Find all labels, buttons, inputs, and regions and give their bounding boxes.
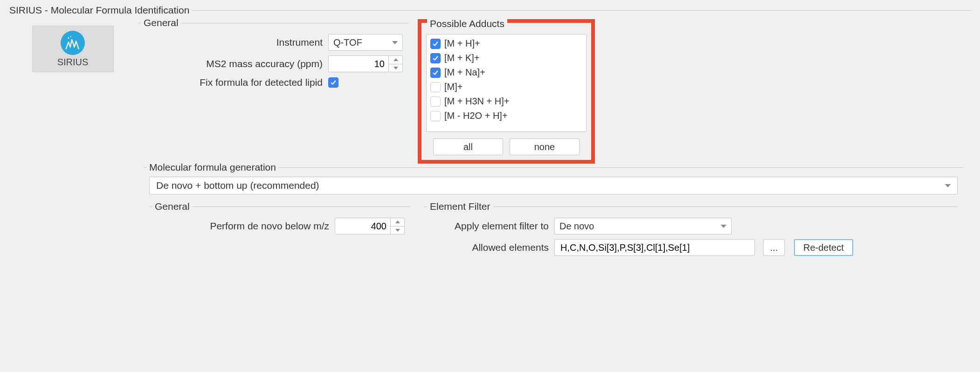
instrument-label: Instrument <box>276 37 323 48</box>
denovo-threshold-label: Perform de novo below m/z <box>210 220 329 232</box>
ms2-accuracy-value[interactable] <box>329 56 388 72</box>
spinner-down-button[interactable] <box>389 64 402 72</box>
adduct-label: [M - H2O + H]+ <box>444 110 508 121</box>
instrument-select[interactable]: Q-TOF <box>328 34 403 51</box>
mfg-general-title: General <box>152 201 193 212</box>
instrument-value: Q-TOF <box>333 37 362 48</box>
element-filter-group: Element Filter Apply element filter to D… <box>424 207 958 262</box>
adduct-list-item[interactable]: [M + H]+ <box>428 36 585 51</box>
element-filter-title: Element Filter <box>427 201 493 212</box>
adduct-label: [M + H3N + H]+ <box>444 96 510 107</box>
mfg-general-group: General Perform de novo below m/z <box>149 207 410 262</box>
adduct-checkbox[interactable] <box>430 111 441 121</box>
mfg-strategy-select[interactable]: De novo + bottom up (recommended) <box>149 177 958 194</box>
adducts-group: Possible Adducts [M + H]+[M + K]+[M + Na… <box>426 25 587 155</box>
arrow-down-icon <box>393 67 398 69</box>
adduct-checkbox[interactable] <box>430 39 441 49</box>
arrow-up-icon <box>393 58 398 61</box>
adducts-all-button[interactable]: all <box>433 138 503 155</box>
apply-filter-select[interactable]: De novo <box>554 218 732 234</box>
main-group-title: SIRIUS - Molecular Formula Identificatio… <box>7 5 192 16</box>
denovo-threshold-input[interactable] <box>335 218 405 234</box>
svg-point-0 <box>68 37 69 38</box>
adduct-checkbox[interactable] <box>430 82 441 92</box>
redetect-button[interactable]: Re-detect <box>794 239 853 256</box>
adduct-list-item[interactable]: [M + K]+ <box>428 51 585 65</box>
adduct-label: [M + Na]+ <box>444 67 485 78</box>
spinner-up-button[interactable] <box>391 218 404 227</box>
sirius-icon <box>61 31 85 55</box>
ms2-accuracy-label: MS2 mass accuracy (ppm) <box>206 58 323 69</box>
adducts-none-button[interactable]: none <box>510 138 580 155</box>
allowed-elements-input[interactable] <box>554 239 755 256</box>
adduct-label: [M]+ <box>444 82 462 92</box>
allowed-elements-value[interactable] <box>559 242 750 254</box>
adducts-listbox[interactable]: [M + H]+[M + K]+[M + Na]+[M]+[M + H3N + … <box>426 34 587 132</box>
adduct-list-item[interactable]: [M]+ <box>428 80 585 94</box>
mfg-strategy-value: De novo + bottom up (recommended) <box>156 180 319 191</box>
adduct-list-item[interactable]: [M + H3N + H]+ <box>428 94 585 109</box>
adduct-list-item[interactable]: [M - H2O + H]+ <box>428 109 585 123</box>
arrow-down-icon <box>395 229 400 232</box>
general-group-title: General <box>141 17 181 28</box>
chevron-down-icon <box>392 41 398 44</box>
spinner-up-button[interactable] <box>389 56 402 64</box>
sirius-tool-button[interactable]: SIRIUS <box>32 26 114 72</box>
adduct-checkbox[interactable] <box>430 68 441 78</box>
sirius-label: SIRIUS <box>57 57 89 68</box>
ms2-accuracy-input[interactable] <box>328 55 403 72</box>
adduct-label: [M + H]+ <box>444 38 480 49</box>
lipid-checkbox[interactable] <box>328 77 338 88</box>
adducts-group-title: Possible Adducts <box>427 18 507 29</box>
adduct-list-item[interactable]: [M + Na]+ <box>428 65 585 80</box>
adduct-checkbox[interactable] <box>430 53 441 63</box>
mfg-group-title: Molecular formula generation <box>146 162 279 173</box>
spinner-down-button[interactable] <box>391 227 404 234</box>
chevron-down-icon <box>945 184 951 187</box>
adduct-checkbox[interactable] <box>430 96 441 107</box>
apply-filter-value: De novo <box>559 221 594 232</box>
lipid-label: Fix formula for detected lipid <box>200 77 323 88</box>
allowed-elements-label: Allowed elements <box>430 242 549 253</box>
denovo-threshold-value[interactable] <box>335 218 390 234</box>
chevron-down-icon <box>721 225 726 228</box>
arrow-up-icon <box>395 220 400 223</box>
svg-point-1 <box>70 36 71 37</box>
general-group: General Instrument Q-TOF MS2 mass accura… <box>138 23 408 95</box>
allowed-elements-more-button[interactable]: ... <box>763 239 785 256</box>
adducts-highlight-box: Possible Adducts [M + H]+[M + K]+[M + Na… <box>418 19 595 164</box>
apply-filter-label: Apply element filter to <box>430 220 549 232</box>
main-group: SIRIUS - Molecular Formula Identificatio… <box>8 10 972 269</box>
mfg-group: Molecular formula generation De novo + b… <box>144 167 963 264</box>
adduct-label: [M + K]+ <box>444 53 480 63</box>
top-row: SIRIUS General Instrument Q-TOF MS2 mass… <box>17 19 963 164</box>
